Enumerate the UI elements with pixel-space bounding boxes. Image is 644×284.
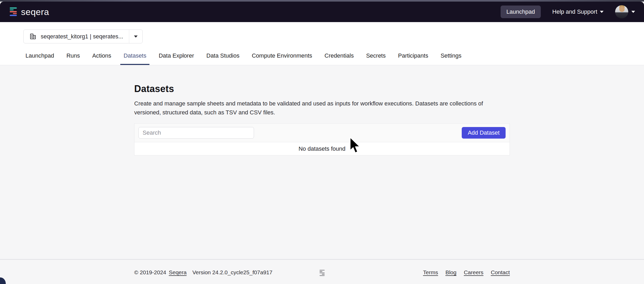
workspace-dropdown-toggle[interactable] [129, 36, 142, 38]
version-text: Version 24.2.0_cycle25_f07a917 [192, 269, 272, 276]
contact-link[interactable]: Contact [491, 269, 510, 276]
empty-state-row: No datasets found [134, 142, 510, 155]
tab-launchpad[interactable]: Launchpad [22, 52, 57, 65]
seqera-logo-icon [9, 6, 17, 18]
tab-compute-environments[interactable]: Compute Environments [249, 52, 315, 65]
page-title: Datasets [134, 83, 510, 94]
workspace-selector[interactable]: seqeratest_kitorg1 | seqerates... [23, 29, 143, 43]
empty-state-message: No datasets found [299, 145, 346, 152]
brand-name: seqera [21, 7, 49, 17]
tab-settings[interactable]: Settings [437, 52, 465, 65]
help-and-support-label: Help and Support [552, 8, 597, 15]
user-avatar [615, 5, 628, 18]
header-band: seqeratest_kitorg1 | seqerates... Launch… [0, 22, 644, 65]
tab-data-explorer[interactable]: Data Explorer [155, 52, 197, 65]
tab-participants[interactable]: Participants [395, 52, 431, 65]
user-menu[interactable] [615, 5, 635, 18]
blog-link[interactable]: Blog [445, 269, 456, 276]
tab-secrets[interactable]: Secrets [363, 52, 389, 65]
window-corner-artifact [0, 277, 6, 284]
footer-divider [0, 259, 644, 260]
chevron-down-icon [134, 36, 138, 38]
terms-link[interactable]: Terms [423, 269, 438, 276]
careers-link[interactable]: Careers [464, 269, 484, 276]
tab-actions[interactable]: Actions [89, 52, 114, 65]
tab-credentials[interactable]: Credentials [321, 52, 357, 65]
help-and-support-menu[interactable]: Help and Support [552, 8, 604, 15]
chevron-down-icon [600, 11, 604, 13]
seqera-link[interactable]: Seqera [169, 269, 187, 276]
top-navbar: seqera Launchpad Help and Support [0, 2, 644, 22]
tab-datasets[interactable]: Datasets [120, 52, 149, 65]
tab-data-studios[interactable]: Data Studios [203, 52, 243, 65]
chevron-down-icon [631, 11, 635, 13]
workspace-label: seqeratest_kitorg1 | seqerates... [41, 33, 123, 40]
copyright-text: © 2019-2024 [134, 269, 166, 276]
main-content: Datasets Create and manage sample sheets… [0, 65, 644, 155]
workspace-tabs: Launchpad Runs Actions Datasets Data Exp… [0, 52, 644, 65]
launchpad-button[interactable]: Launchpad [501, 6, 541, 18]
org-building-icon [29, 33, 37, 40]
page-description: Create and manage sample sheets and meta… [134, 99, 510, 117]
datasets-toolbar: Add Dataset [134, 123, 510, 142]
add-dataset-button[interactable]: Add Dataset [462, 127, 506, 139]
tab-runs[interactable]: Runs [63, 52, 83, 65]
seqera-mark-icon [319, 269, 325, 278]
brand-logo[interactable]: seqera [9, 6, 49, 18]
search-input[interactable] [138, 127, 254, 139]
datasets-panel: Add Dataset No datasets found [134, 123, 510, 155]
page-footer: © 2019-2024 Seqera Version 24.2.0_cycle2… [0, 259, 644, 276]
